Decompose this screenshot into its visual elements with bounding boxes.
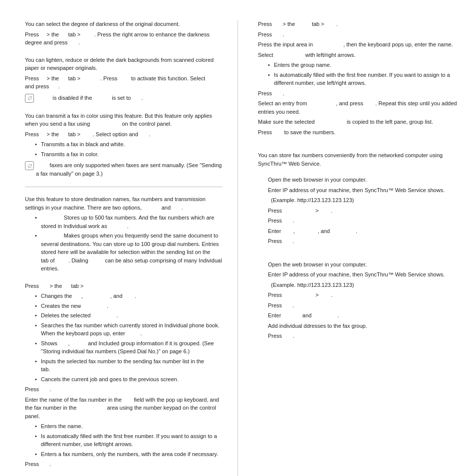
syncthru-subsection-1: Open the web browser in your computer. E…: [268, 176, 461, 245]
page-footer: Faxing: [0, 474, 476, 476]
left-column: You can select the degree of darkness of…: [0, 20, 238, 476]
page-container: You can select the degree of darkness of…: [0, 0, 476, 476]
right-line-8: Press to save the numbers.: [258, 128, 461, 137]
syncthru-1-line-3: (Example. http://123.123.123.123): [268, 196, 461, 205]
press-bullet-list-2: Enters the name. Is automatically filled…: [35, 422, 223, 458]
color-bullet-list: Transmits a fax in black and white. Tran…: [35, 140, 223, 158]
syncthru-1-line-5: Press .: [268, 217, 461, 225]
section-press-tab: Press > the tab > Changes the , , and . …: [25, 282, 223, 469]
store-para1: Use this feature to store destination na…: [25, 195, 223, 212]
store-bullet-list: Stores up to 500 fax numbers. And the fa…: [35, 214, 223, 273]
press-bullet-8: Enters the name.: [35, 422, 223, 431]
color-para2: Press > the tab > . Select option and .: [25, 130, 223, 139]
right-line-3: Press the input area in , then the keybo…: [258, 40, 461, 49]
press-para4: Press .: [25, 460, 223, 469]
syncthru-2-line-7: Add individual ddresses to the fax group…: [268, 322, 461, 330]
press-para3: Enter the name of the fax number in the …: [25, 396, 223, 421]
bg-note-text: is disabled if the is set to .: [36, 94, 223, 102]
syncthru-intro: You can store fax numbers conveniently f…: [258, 151, 461, 168]
right-line-6: Select an entry from , and press . Repea…: [258, 99, 461, 116]
section-darkness: You can select the degree of darkness of…: [25, 20, 223, 47]
press-para2: Press .: [25, 385, 223, 394]
syncthru-2-line-6: Enter and .: [268, 311, 461, 320]
syncthru-2-line-2: Enter IP address of your machine, then S…: [268, 270, 461, 279]
bg-note: ∅ is disabled if the is set to .: [25, 94, 223, 103]
syncthru-subsection-2: Open the web browser in your computer. E…: [268, 260, 461, 340]
press-bullet-2: Creates the new .: [35, 302, 223, 310]
syncthru-2-line-3: (Example. http://123.123.123.123): [268, 281, 461, 289]
bg-para2: Press > the tab > . Press to activate th…: [25, 74, 223, 91]
press-bullet-3: Deletes the selected .: [35, 311, 223, 320]
right-section-group: Press > the tab > . Press . Press the in…: [258, 20, 461, 136]
syncthru-2-line-1: Open the web browser in your computer.: [268, 260, 461, 269]
color-note-text: faxes are only supported when faxes are …: [36, 161, 223, 178]
color-bullet-2: Transmits a fax in color.: [35, 150, 223, 159]
press-bullet-6: Inputs the selected fax number to the se…: [35, 357, 223, 374]
right-bullet-list-1: Enters the group name. Is automatically …: [268, 61, 461, 87]
section-color-fax: You can transmit a fax in color using th…: [25, 112, 223, 178]
press-bullet-list: Changes the , , and . Creates the new . …: [35, 292, 223, 383]
two-column-layout: You can select the degree of darkness of…: [0, 20, 476, 476]
press-bullet-4: Searches the fax number which currently …: [35, 321, 223, 338]
right-line-1: Press > the tab > .: [258, 20, 461, 28]
section-store-fax: Use this feature to store destination na…: [25, 195, 223, 273]
store-bullet-2: Makes groups when you frequently send th…: [35, 232, 223, 273]
right-bullet-1: Enters the group name.: [268, 61, 461, 69]
syncthru-2-line-4: Press > .: [268, 291, 461, 299]
section-background: You can lighten, reduce or delete the da…: [25, 56, 223, 103]
press-bullet-9: Is automatically filled with the first f…: [35, 432, 223, 449]
bg-para1: You can lighten, reduce or delete the da…: [25, 56, 223, 72]
press-bullet-5: Shows , and Included group information i…: [35, 339, 223, 356]
note-icon-2: ∅: [25, 161, 34, 170]
syncthru-1-line-2: Enter IP address of your machine, then S…: [268, 186, 461, 195]
note-icon-1: ∅: [25, 94, 34, 103]
right-line-7: Make sure the selected is copied to the …: [258, 118, 461, 126]
darkness-para1: You can select the degree of darkness of…: [25, 20, 223, 28]
syncthru-2-line-8: Press .: [268, 332, 461, 340]
syncthru-2-line-5: Press .: [268, 301, 461, 310]
right-section-syncthru: You can store fax numbers conveniently f…: [258, 151, 461, 340]
store-bullet-1: Stores up to 500 fax numbers. And the fa…: [35, 214, 223, 230]
syncthru-1-line-6: Enter , , and .: [268, 227, 461, 236]
press-bullet-10: Enters a fax numbers, only the numbers, …: [35, 450, 223, 459]
color-para1: You can transmit a fax in color using th…: [25, 112, 223, 128]
darkness-para2: Press > the tab > . Press the right arro…: [25, 30, 223, 47]
left-divider: [25, 187, 223, 187]
syncthru-1-line-1: Open the web browser in your computer.: [268, 176, 461, 184]
color-bullet-1: Transmits a fax in black and white.: [35, 140, 223, 149]
press-para1: Press > the tab >: [25, 282, 223, 290]
right-line-5: Press .: [258, 89, 461, 98]
press-bullet-7: Cancels the current job and goes to the …: [35, 375, 223, 384]
right-column: Press > the tab > . Press . Press the in…: [238, 20, 476, 476]
press-bullet-1: Changes the , , and .: [35, 292, 223, 300]
syncthru-1-line-4: Press > .: [268, 207, 461, 215]
right-bullet-2: Is automatically filled with the first f…: [268, 71, 461, 87]
right-line-4: Select with left/right arrows.: [258, 51, 461, 59]
color-note: ∅ faxes are only supported when faxes ar…: [25, 161, 223, 178]
right-line-2: Press .: [258, 30, 461, 39]
syncthru-1-line-7: Press .: [268, 237, 461, 245]
